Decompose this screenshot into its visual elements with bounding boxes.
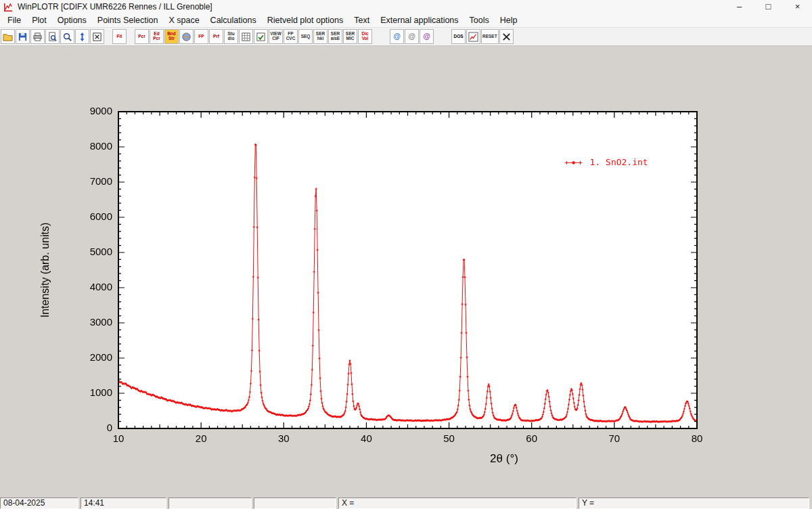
reset-button[interactable]: RESET [481, 29, 499, 44]
bond-str-button[interactable]: Bnd Str [164, 29, 179, 44]
grid-button[interactable] [239, 29, 253, 44]
exit-plot-button[interactable] [90, 29, 104, 44]
titlebar: WinPLOTR [CDIFX UMR6226 Rennes / ILL Gre… [0, 0, 812, 14]
toolbar-separator [127, 37, 134, 37]
menu-file[interactable]: File [2, 14, 26, 26]
menu-options[interactable]: Options [52, 14, 92, 26]
menu-calculations[interactable]: Calculations [205, 14, 262, 26]
chart-icon [468, 32, 478, 42]
fp-cvc-button[interactable]: FP CVC [284, 29, 298, 44]
arrows-icon [77, 32, 87, 42]
app-icon [3, 2, 14, 12]
studio-button[interactable]: Stu dio [224, 29, 238, 44]
at-icon: @ [423, 32, 430, 41]
exitplot-icon [92, 32, 102, 42]
menu-points-selection[interactable]: Points Selection [92, 14, 164, 26]
globe-button[interactable] [179, 29, 194, 44]
close-toolbar-button[interactable] [499, 29, 514, 44]
preview-icon [47, 32, 58, 42]
toolbar-separator [434, 37, 451, 37]
print-preview-button[interactable] [45, 29, 60, 44]
printer-icon [32, 32, 43, 42]
minimize-button[interactable]: – [725, 0, 754, 14]
zoom-icon [62, 32, 72, 42]
view-cif-button[interactable]: VIEW CIF [269, 29, 283, 44]
maximize-button[interactable]: □ [754, 0, 783, 14]
edit-pcr-button[interactable]: Ed Pcr [150, 29, 164, 44]
check-icon [256, 32, 266, 42]
menu-text[interactable]: Text [348, 14, 375, 26]
ser-hkl-button[interactable]: SER hkl [313, 29, 328, 44]
menubar: FilePlotOptionsPoints SelectionX spaceCa… [0, 14, 812, 28]
print-button[interactable] [30, 29, 45, 44]
toolbar: FitPcrEd PcrBnd StrFPPrfStu dioVIEW CIFF… [0, 28, 812, 46]
chart-button[interactable] [466, 29, 480, 44]
at-button-3[interactable]: @ [420, 29, 434, 44]
at-button-2[interactable]: @ [405, 29, 419, 44]
menu-external-applications[interactable]: External applications [375, 14, 464, 26]
floppy-icon [18, 32, 28, 42]
status-time: 14:41 [81, 497, 166, 509]
globe-icon [181, 32, 191, 42]
ser-aise-button[interactable]: SER aisE [328, 29, 342, 44]
plot-client-area [0, 46, 812, 497]
zoom-button[interactable] [60, 29, 74, 44]
diffraction-plot-canvas[interactable] [0, 68, 812, 474]
menu-tools[interactable]: Tools [464, 14, 495, 26]
menu-help[interactable]: Help [495, 14, 523, 26]
window-title: WinPLOTR [CDIFX UMR6226 Rennes / ILL Gre… [18, 2, 212, 12]
menu-rietveld-plot-options[interactable]: Rietveld plot options [262, 14, 349, 26]
menu-x-space[interactable]: X space [163, 14, 204, 26]
save-button[interactable] [16, 29, 30, 44]
at-button-1[interactable]: @ [390, 29, 404, 44]
dicvol-button[interactable]: Dic Vol [358, 29, 372, 44]
folder-icon [3, 32, 13, 42]
status-x-readout: X = [338, 497, 577, 509]
prf-button[interactable]: Prf [209, 29, 223, 44]
fullprof-button[interactable]: FP [194, 29, 208, 44]
status-y-readout: Y = [579, 497, 809, 509]
at-icon: @ [393, 32, 401, 41]
toolbar-separator [105, 37, 112, 37]
toolbar-separator [373, 37, 389, 37]
dos-button[interactable]: DOS [451, 29, 466, 44]
check-button[interactable] [254, 29, 268, 44]
statusbar: 08-04-202514:41X =Y = [0, 497, 812, 509]
status-date: 08-04-2025 [0, 497, 78, 509]
status-field-4 [254, 497, 336, 509]
menu-plot[interactable]: Plot [26, 14, 52, 26]
open-button[interactable] [1, 29, 15, 44]
ser-mic-button[interactable]: SER MIC [343, 29, 357, 44]
status-field-3 [168, 497, 252, 509]
winplotr-window: WinPLOTR [CDIFX UMR6226 Rennes / ILL Gre… [0, 0, 812, 509]
grid-icon [241, 32, 251, 42]
fit-button[interactable]: Fit [112, 29, 127, 44]
close-icon [501, 32, 512, 42]
window-controls: – □ × [725, 0, 812, 14]
close-button[interactable]: × [783, 0, 812, 14]
at-icon: @ [408, 32, 415, 41]
seq-button[interactable]: SEQ [298, 29, 313, 44]
pcr-button[interactable]: Pcr [135, 29, 149, 44]
axes-range-button[interactable] [75, 29, 89, 44]
